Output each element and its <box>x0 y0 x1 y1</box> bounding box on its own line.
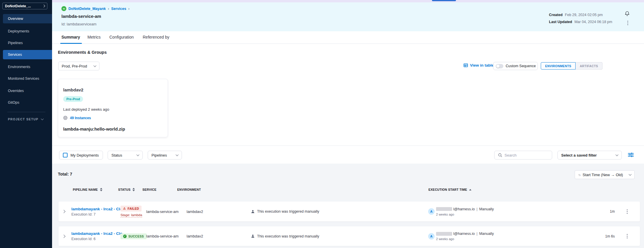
my-deployments-filter[interactable]: My Deployments <box>59 151 103 159</box>
view-in-table-label: View in table <box>470 63 494 67</box>
sidebar-item-services[interactable]: Services <box>3 50 52 59</box>
row-kebab-menu-icon[interactable] <box>626 226 628 246</box>
sidebar-item-pipelines[interactable]: Pipelines <box>3 38 52 48</box>
deployments-list-section: Total: 7 ↑↓ Start Time (New → Old) PIPEL… <box>52 164 644 248</box>
my-deployments-label: My Deployments <box>70 153 99 157</box>
top-progress-bar <box>432 0 456 1</box>
breadcrumb-services-link[interactable]: Services <box>111 7 126 11</box>
tab-summary[interactable]: Summary <box>61 35 80 39</box>
user-separator: | <box>476 232 478 236</box>
filter-sliders-icon[interactable] <box>628 152 634 159</box>
column-header-pipeline-name[interactable]: PIPELINE NAME <box>73 188 102 191</box>
row-expand-chevron-icon[interactable] <box>63 202 65 221</box>
table-icon <box>464 63 468 67</box>
toggle-knob <box>496 65 500 68</box>
my-deployments-checkbox[interactable] <box>63 153 68 157</box>
sidebar-item-overrides[interactable]: Overrides <box>3 86 52 96</box>
avatar: A <box>428 233 435 240</box>
segment-artifacts[interactable]: ARTIFACTS <box>576 62 602 70</box>
sidebar-item-gitops[interactable]: GitOps <box>3 98 52 107</box>
sidebar-item-label: Environments <box>8 65 30 69</box>
segment-environments[interactable]: ENVIRONMENTS <box>541 62 576 70</box>
deployment-row[interactable]: lambdamayank - lrca2 - Clo... Execution … <box>58 202 640 221</box>
project-selector[interactable]: DoNotDelete_... <box>2 3 47 9</box>
header-kebab-menu-icon[interactable] <box>626 20 629 26</box>
column-label: PIPELINE NAME <box>73 188 98 191</box>
app-window: DoNotDelete_... Overview Deployments Pip… <box>0 0 644 248</box>
chevron-down-icon <box>94 64 97 67</box>
status-label: SUCCESS <box>128 235 144 238</box>
updated-meta: Last Updated Mar 04, 2024 06:18 pm <box>549 20 612 24</box>
environment-cell: lambdav2 <box>187 226 203 246</box>
user-details: l@harness.io | Manually 2 weeks ago <box>436 232 494 241</box>
environment-cell: lambdav2 <box>187 202 203 221</box>
person-icon <box>251 210 255 214</box>
custom-sequence-toggle[interactable] <box>496 64 503 68</box>
breadcrumb-project-link[interactable]: DoNotDelete_Mayank <box>68 7 106 11</box>
instances-link[interactable]: 49 Instances <box>70 116 91 120</box>
sidebar-item-deployments[interactable]: Deployments <box>3 27 52 36</box>
column-label: ENVIRONMENT <box>177 188 201 191</box>
pipeline-link[interactable]: lambdamayank - lrca2 - Clo... <box>71 207 126 211</box>
environment-name: lambdav2 <box>63 87 83 92</box>
trigger-cell: This execution was triggered manually <box>251 202 319 221</box>
chevron-down-icon <box>629 173 632 176</box>
sidebar-item-label: Monitored Services <box>8 77 39 81</box>
sidebar-project-setup[interactable]: PROJECT SETUP <box>8 117 43 121</box>
page-header: ∞ DoNotDelete_Mayank › Services › lambda… <box>52 2 644 31</box>
redacted-username <box>436 232 452 236</box>
column-label: EXECUTION START TIME <box>428 188 467 191</box>
sidebar: DoNotDelete_... Overview Deployments Pip… <box>0 0 52 248</box>
tab-referenced-by[interactable]: Referenced by <box>143 35 169 39</box>
pipeline-cell: lambdamayank - lrca2 - Clo... Execution … <box>71 202 126 221</box>
view-in-table-link[interactable]: View in table <box>464 63 494 67</box>
trigger-type: Manually <box>479 207 494 211</box>
column-header-execution-start-time[interactable]: EXECUTION START TIME <box>428 188 471 191</box>
chevron-down-icon <box>616 153 619 156</box>
execution-id: Execution Id: 6 <box>71 237 96 241</box>
status-filter-dropdown[interactable]: Status <box>108 151 143 159</box>
search-box[interactable] <box>494 151 552 159</box>
environment-card[interactable]: lambdav2 Pre-Prod Last deployed 2 weeks … <box>58 79 168 137</box>
sidebar-item-monitored-services[interactable]: Monitored Services <box>3 74 52 83</box>
breadcrumb: ∞ DoNotDelete_Mayank › Services › <box>61 6 130 11</box>
column-header-status[interactable]: STATUS <box>118 188 135 191</box>
tab-metrics[interactable]: Metrics <box>87 35 101 39</box>
project-selector-label: DoNotDelete_... <box>5 4 31 8</box>
tab-configuration[interactable]: Configuration <box>109 35 134 39</box>
page-title: lambda-service-am <box>61 14 101 19</box>
sort-dropdown[interactable]: ↑↓ Start Time (New → Old) <box>575 170 635 179</box>
failed-stage-text[interactable]: Stage: lambda <box>120 213 142 218</box>
status-cell: ✓ SUCCESS <box>120 226 147 246</box>
trigger-text: This execution was triggered manually <box>257 234 319 238</box>
pipeline-link[interactable]: lambdamayank - lrca2 - Clo... <box>71 231 126 236</box>
time-ago: 2 weeks ago <box>436 237 494 241</box>
environment-filter-dropdown[interactable]: Prod, Pre-Prod <box>58 62 99 70</box>
user-separator: | <box>476 207 478 211</box>
success-check-icon: ✓ <box>123 235 127 238</box>
trigger-text: This execution was triggered manually <box>257 209 319 214</box>
sort-icon <box>132 188 135 191</box>
sidebar-item-overview[interactable]: Overview <box>3 14 52 23</box>
redacted-username <box>436 207 452 211</box>
row-kebab-menu-icon[interactable] <box>626 202 628 221</box>
search-input[interactable] <box>504 153 545 157</box>
saved-filter-label: Select a saved filter <box>561 153 597 157</box>
duration-cell: 1m 6s <box>605 226 615 246</box>
row-expand-chevron-icon[interactable] <box>63 226 65 246</box>
bell-icon[interactable] <box>624 11 630 18</box>
total-count: Total: 7 <box>58 172 72 176</box>
sidebar-divider <box>7 112 45 112</box>
sidebar-item-label: Services <box>8 53 22 57</box>
saved-filter-dropdown[interactable]: Select a saved filter <box>557 151 622 159</box>
updated-value: Mar 04, 2024 06:18 pm <box>574 20 612 24</box>
breadcrumb-separator: › <box>128 6 130 11</box>
sidebar-item-environments[interactable]: Environments <box>3 62 52 72</box>
deployment-row[interactable]: lambdamayank - lrca2 - Clo... Execution … <box>58 226 640 246</box>
status-badge: ⚠ FAILED <box>120 206 142 211</box>
chevron-down-icon <box>137 153 140 156</box>
created-value: Feb 29, 2024 02:05 pm <box>565 13 603 17</box>
pipelines-filter-dropdown[interactable]: Pipelines <box>148 151 182 159</box>
cd-module-icon: ∞ <box>61 6 66 11</box>
search-icon <box>498 153 502 157</box>
